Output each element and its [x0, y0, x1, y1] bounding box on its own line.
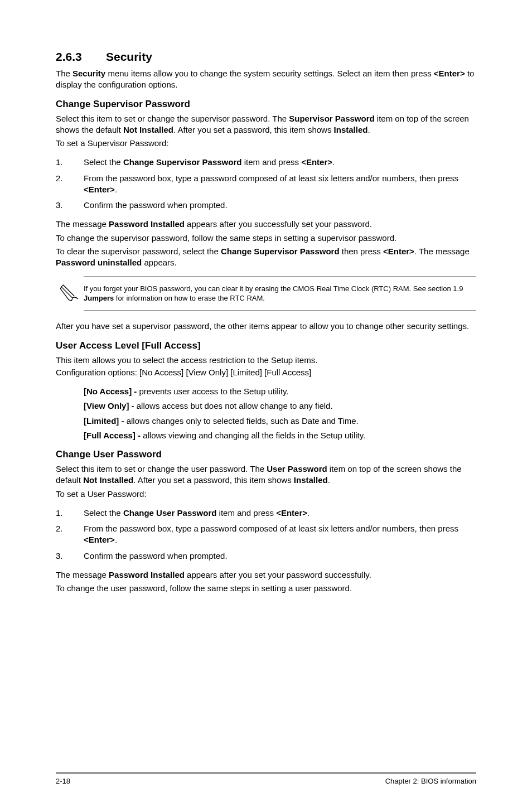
csp-steps: 1. Select the Change Supervisor Password…	[56, 157, 476, 211]
ual-opt: [No Access] - prevents user access to th…	[84, 386, 476, 397]
list-item: 3. Confirm the password when prompted.	[56, 550, 476, 562]
ual-options: [No Access] - prevents user access to th…	[56, 386, 476, 441]
page-footer: 2-18 Chapter 2: BIOS information	[56, 772, 476, 785]
chapter-label: Chapter 2: BIOS information	[385, 777, 476, 785]
csp-after2: To change the supervisor password, follo…	[56, 233, 476, 244]
list-item: 1. Select the Change User Password item …	[56, 508, 476, 519]
ual-opt: [View Only] - allows access but does not…	[84, 400, 476, 412]
section-number: 2.6.3	[56, 50, 106, 64]
cup-after2: To change the user password, follow the …	[56, 583, 476, 594]
ual-p1: This item allows you to select the acces…	[56, 355, 476, 366]
csp-desc: Select this item to set or change the su…	[56, 113, 476, 136]
ual-opt: [Full Access] - allows viewing and chang…	[84, 430, 476, 441]
page-number: 2-18	[56, 777, 70, 785]
note-box: If you forget your BIOS password, you ca…	[84, 276, 476, 311]
cup-after1: The message Password Installed appears a…	[56, 569, 476, 581]
note-text: If you forget your BIOS password, you ca…	[84, 284, 476, 303]
list-item: 2. From the password box, type a passwor…	[56, 173, 476, 196]
csp-after1: The message Password Installed appears a…	[56, 219, 476, 230]
cup-desc: Select this item to set or change the us…	[56, 463, 476, 486]
section-intro: The Security menu items allow you to cha…	[56, 68, 476, 91]
section-title: Security	[106, 50, 152, 63]
list-item: 2. From the password box, type a passwor…	[56, 523, 476, 546]
csp-heading: Change Supervisor Password	[56, 99, 476, 110]
after-note: After you have set a supervisor password…	[56, 321, 476, 332]
section-heading: 2.6.3Security	[56, 50, 476, 64]
ual-heading: User Access Level [Full Access]	[56, 340, 476, 351]
cup-heading: Change User Password	[56, 449, 476, 460]
csp-after3: To clear the supervisor password, select…	[56, 246, 476, 269]
note-pencil-icon	[56, 282, 84, 305]
ual-p2: Configuration options: [No Access] [View…	[56, 367, 476, 378]
list-item: 3. Confirm the password when prompted.	[56, 200, 476, 211]
cup-p2: To set a User Password:	[56, 489, 476, 500]
cup-steps: 1. Select the Change User Password item …	[56, 508, 476, 562]
list-item: 1. Select the Change Supervisor Password…	[56, 157, 476, 168]
csp-p2: To set a Supervisor Password:	[56, 138, 476, 149]
ual-opt: [Limited] - allows changes only to selec…	[84, 416, 476, 427]
